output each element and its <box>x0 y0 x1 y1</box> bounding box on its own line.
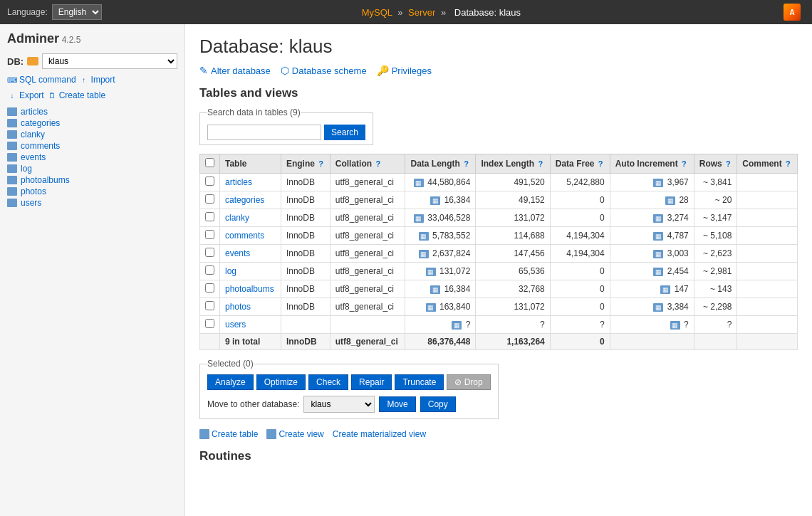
create-table-link[interactable]: Create table <box>199 429 258 439</box>
language-select[interactable]: English <box>52 4 102 20</box>
sidebar-table-photoalbums[interactable]: photoalbums <box>21 175 70 185</box>
create-view-link[interactable]: Create view <box>266 429 323 439</box>
index-length-help[interactable]: ? <box>538 159 543 168</box>
data-free-cell: 0 <box>550 298 610 316</box>
search-row: Search <box>207 125 365 140</box>
collation-help[interactable]: ? <box>375 159 380 168</box>
table-link[interactable]: photoalbums <box>225 284 274 294</box>
table-link[interactable]: users <box>225 320 246 330</box>
search-input[interactable] <box>207 125 321 140</box>
create-view-label: Create view <box>279 429 323 439</box>
data-length-cell: ▦ 131,072 <box>405 263 476 280</box>
row-checkbox[interactable] <box>205 230 214 239</box>
table-link[interactable]: comments <box>225 231 264 241</box>
table-small-icon: ▦ <box>430 196 440 205</box>
rows-cell: ~ 5,108 <box>694 227 737 245</box>
sidebar-table-comments[interactable]: comments <box>21 141 60 151</box>
page-title: Database: klaus <box>199 36 798 58</box>
data-free-header: Data Free ? <box>550 154 610 174</box>
row-checkbox[interactable] <box>205 212 214 221</box>
rows-help[interactable]: ? <box>726 159 731 168</box>
total-collation-cell: utf8_general_ci <box>330 334 405 350</box>
table-link[interactable]: clanky <box>225 213 249 223</box>
create-materialized-view-link[interactable]: Create materialized view <box>333 429 426 439</box>
create-table-sidebar-label: Create table <box>59 90 105 100</box>
data-free-cell: 4,194,304 <box>550 245 610 263</box>
db-icon <box>27 57 38 65</box>
move-select[interactable]: klaus <box>303 396 375 413</box>
total-comment-cell <box>737 334 798 350</box>
move-button[interactable]: Move <box>379 396 415 412</box>
row-checkbox[interactable] <box>205 177 214 186</box>
comment-cell <box>737 227 798 245</box>
list-item: categories <box>7 117 177 129</box>
truncate-button[interactable]: Truncate <box>395 374 444 390</box>
table-link[interactable]: categories <box>225 195 264 205</box>
sql-command-link[interactable]: ⌨ SQL command <box>7 75 76 85</box>
sidebar-table-events[interactable]: events <box>21 152 46 162</box>
create-table-sidebar-link[interactable]: 🗒 Create table <box>47 90 105 100</box>
repair-button[interactable]: Repair <box>351 374 392 390</box>
table-name-cell: events <box>220 245 281 263</box>
auto-increment-help[interactable]: ? <box>682 159 687 168</box>
sidebar-table-log[interactable]: log <box>21 164 32 174</box>
table-link[interactable]: log <box>225 266 236 276</box>
language-selector: Language: English <box>7 4 102 20</box>
table-name-cell: categories <box>220 191 281 209</box>
data-free-cell: 0 <box>550 191 610 209</box>
data-length-cell: ▦ 163,840 <box>405 298 476 316</box>
table-link[interactable]: events <box>225 248 250 258</box>
row-checkbox[interactable] <box>205 301 214 310</box>
search-button[interactable]: Search <box>324 125 365 140</box>
row-checkbox[interactable] <box>205 194 214 204</box>
optimize-button[interactable]: Optimize <box>256 374 306 390</box>
data-free-help[interactable]: ? <box>598 159 603 168</box>
db-select[interactable]: klaus <box>42 53 177 69</box>
breadcrumb-mysql[interactable]: MySQL <box>362 7 392 18</box>
row-check-cell <box>200 245 220 263</box>
privileges-link[interactable]: 🔑 Privileges <box>377 65 432 76</box>
table-link[interactable]: articles <box>225 177 252 187</box>
drop-button[interactable]: ⊘ Drop <box>447 374 490 390</box>
row-checkbox[interactable] <box>205 265 214 275</box>
index-length-cell: 131,072 <box>476 209 550 227</box>
sql-command-label: SQL command <box>19 75 76 85</box>
sidebar-table-photos[interactable]: photos <box>21 186 46 196</box>
engine-cell: InnoDB <box>281 174 330 191</box>
total-rows-cell <box>694 334 737 350</box>
check-all-checkbox[interactable] <box>205 158 214 167</box>
row-checkbox[interactable] <box>205 248 214 257</box>
import-link[interactable]: ↑ Import <box>79 75 115 85</box>
sidebar-table-categories[interactable]: categories <box>21 118 60 128</box>
sidebar-table-clanky[interactable]: clanky <box>21 130 45 139</box>
export-link[interactable]: ↓ Export <box>7 90 44 100</box>
list-item: log <box>7 163 177 174</box>
sidebar-table-users[interactable]: users <box>21 198 41 208</box>
engine-cell: InnoDB <box>281 263 330 280</box>
row-checkbox[interactable] <box>205 283 214 293</box>
total-row: 9 in total InnoDB utf8_general_ci 86,376… <box>200 334 798 350</box>
database-scheme-icon: ⬡ <box>281 65 289 76</box>
rows-cell: ? <box>694 316 737 334</box>
auto-increment-cell: ▦ 3,967 <box>610 174 694 191</box>
data-length-help[interactable]: ? <box>464 159 469 168</box>
analyze-button[interactable]: Analyze <box>207 374 254 390</box>
sidebar-table-articles[interactable]: articles <box>21 107 48 117</box>
alter-database-link[interactable]: ✎ Alter database <box>199 65 271 76</box>
comment-help[interactable]: ? <box>786 159 791 168</box>
copy-button[interactable]: Copy <box>420 396 456 412</box>
sidebar-actions: ⌨ SQL command ↑ Import <box>7 75 177 85</box>
table-link[interactable]: photos <box>225 302 251 312</box>
data-length-header: Data Length ? <box>405 154 476 174</box>
import-icon: ↑ <box>79 75 89 85</box>
engine-help[interactable]: ? <box>318 159 323 168</box>
table-small-icon: ▦ <box>653 232 663 241</box>
rows-cell: ~ 3,841 <box>694 174 737 191</box>
data-free-cell: 0 <box>550 280 610 298</box>
sidebar-title: Adminer <box>7 31 59 46</box>
check-button[interactable]: Check <box>308 374 348 390</box>
database-scheme-link[interactable]: ⬡ Database scheme <box>281 65 367 76</box>
row-checkbox[interactable] <box>205 319 214 328</box>
breadcrumb-server[interactable]: Server <box>408 7 435 18</box>
tables-table: Table Engine ? Collation ? Data Length ?… <box>199 154 798 350</box>
